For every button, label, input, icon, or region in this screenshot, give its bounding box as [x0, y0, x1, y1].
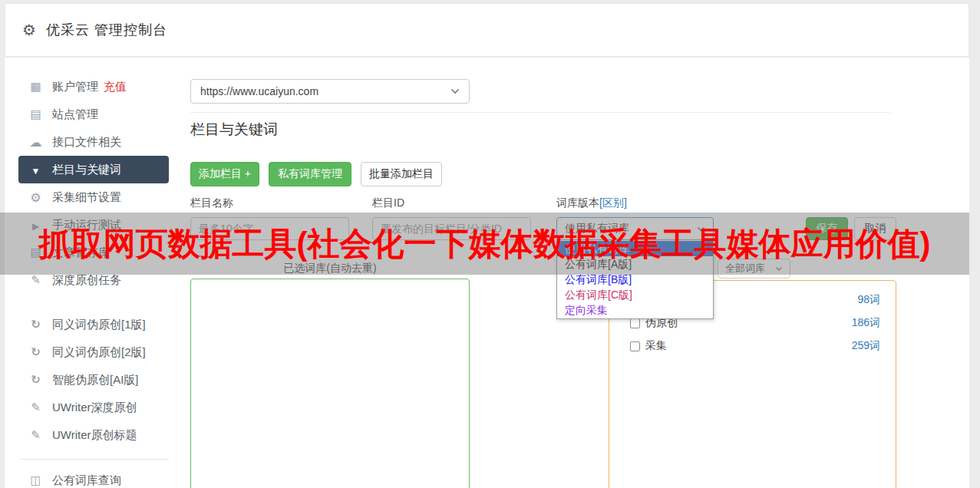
sidebar-item-label: 栏目与关键词	[52, 163, 121, 177]
wordbank-label: 采集	[645, 339, 667, 353]
refresh-icon	[29, 345, 42, 359]
app-title: 优采云 管理控制台	[46, 21, 167, 39]
sidebar-item-ai-rewrite[interactable]: 智能伪原创[AI版]	[18, 366, 169, 394]
divider	[190, 112, 890, 113]
app-header: ⚙ 优采云 管理控制台	[5, 3, 969, 57]
cloud-upload-icon	[29, 135, 42, 150]
sidebar: 账户管理 充值 站点管理 接口文件相关 栏目与关键词 采集细节设置 手动运行测试…	[5, 73, 183, 488]
dropdown-option-targeted[interactable]: 定向采集	[557, 302, 713, 318]
chevron-down-icon	[450, 88, 460, 94]
vocab-version-label: 词库版本[区别]	[556, 196, 627, 210]
sidebar-item-label: UWriter原创标题	[52, 428, 137, 443]
recharge-link[interactable]: 充值	[104, 80, 127, 94]
sidebar-item-label: 采集细节设置	[52, 190, 121, 205]
sidebar-item-label: UWriter深度原创	[52, 401, 137, 415]
sidebar-item-label: 深度原创任务	[52, 273, 121, 288]
server-icon	[29, 107, 42, 121]
sidebar-item-uwriter-deep[interactable]: UWriter深度原创	[18, 394, 169, 421]
edit-icon	[29, 273, 42, 287]
sidebar-item-uwriter-title[interactable]: UWriter原创标题	[18, 421, 169, 449]
edit-icon	[29, 428, 42, 442]
vocab-diff-link[interactable]: [区别]	[599, 196, 627, 209]
dropdown-option-public-c[interactable]: 公有词库[C版]	[557, 287, 713, 302]
app-root: ⚙ 优采云 管理控制台 账户管理 充值 站点管理 接口文件相关 栏目与关键词 采…	[0, 0, 980, 488]
site-url-select[interactable]: https://www.ucaiyun.com	[190, 79, 470, 104]
sidebar-item-label: 站点管理	[52, 107, 98, 122]
edit-icon	[29, 401, 42, 414]
sidebar-item-label: 账户管理	[52, 80, 98, 94]
wordbank-count: 259词	[852, 339, 880, 353]
wordbank-row: 采集 259词	[630, 339, 880, 353]
checkbox[interactable]	[630, 318, 640, 328]
sidebar-item-interface-files[interactable]: 接口文件相关	[18, 128, 169, 156]
column-name-label: 栏目名称	[190, 196, 233, 210]
sidebar-item-label: 公有词库查询	[52, 473, 121, 488]
sidebar-item-collect-settings[interactable]: 采集细节设置	[18, 183, 169, 211]
overlay-band	[0, 213, 969, 275]
gears-icon	[29, 190, 42, 205]
vocab-version-text: 词库版本	[556, 196, 599, 209]
wordbank-count: 186词	[852, 316, 880, 330]
add-column-button[interactable]: 添加栏目 +	[190, 162, 259, 186]
sidebar-item-label: 同义词伪原创[2版]	[52, 345, 146, 360]
sidebar-item-account[interactable]: 账户管理 充值	[18, 73, 169, 101]
sidebar-item-label: 智能伪原创[AI版]	[52, 373, 139, 387]
sidebar-item-synonym-v2[interactable]: 同义词伪原创[2版]	[18, 338, 169, 366]
sidebar-item-synonym-v1[interactable]: 同义词伪原创[1版]	[18, 311, 169, 338]
refresh-icon	[29, 318, 42, 331]
sidebar-item-label: 同义词伪原创[1版]	[52, 318, 146, 332]
page-title: 栏目与关键词	[190, 120, 278, 140]
batch-add-button[interactable]: 批量添加栏目	[361, 162, 442, 186]
book-icon	[29, 473, 42, 487]
sidebar-item-public-lib-query[interactable]: 公有词库查询	[18, 467, 169, 488]
column-id-label: 栏目ID	[372, 196, 404, 210]
sidebar-item-label: 接口文件相关	[52, 135, 121, 150]
site-url-value: https://www.ucaiyun.com	[200, 85, 318, 97]
gear-icon: ⚙	[22, 21, 36, 39]
funnel-icon	[29, 163, 42, 176]
sidebar-item-sites[interactable]: 站点管理	[18, 101, 169, 128]
refresh-icon	[29, 373, 42, 387]
sidebar-item-columns-keywords[interactable]: 栏目与关键词	[18, 156, 169, 183]
bar-chart-icon	[29, 80, 42, 94]
checkbox[interactable]	[630, 341, 640, 351]
sidebar-divider	[20, 459, 169, 460]
wordbank-count: 98词	[857, 293, 880, 307]
private-lib-button[interactable]: 私有词库管理	[269, 162, 351, 186]
selected-lib-box	[190, 279, 470, 488]
